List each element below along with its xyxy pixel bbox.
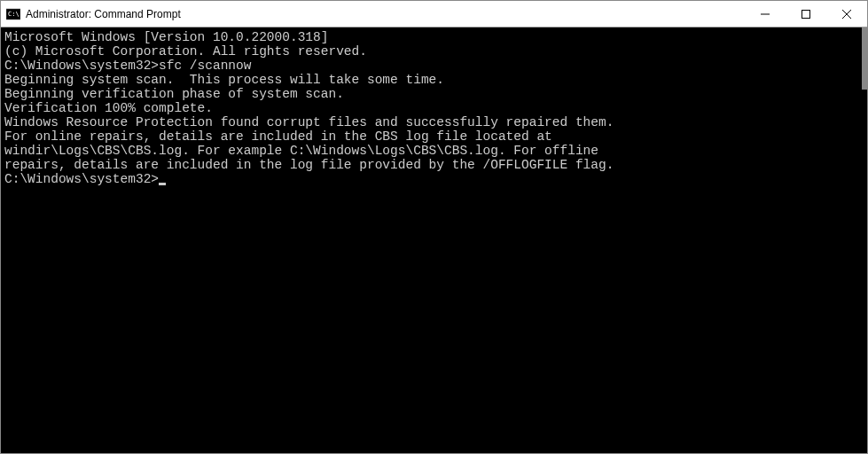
maximize-button[interactable] (786, 1, 826, 27)
window-controls (745, 1, 867, 27)
output-line: windir\Logs\CBS\CBS.log. For example C:\… (4, 144, 864, 158)
terminal-output: Microsoft Windows [Version 10.0.22000.31… (1, 27, 867, 189)
prompt-path: C:\Windows\system32> (4, 172, 159, 186)
minimize-button[interactable] (745, 1, 786, 27)
titlebar[interactable]: C:\ Administrator: Command Prompt (1, 1, 867, 27)
prompt-line: C:\Windows\system32>sfc /scannow (4, 59, 864, 73)
output-line: Verification 100% complete. (4, 101, 864, 115)
svg-rect-3 (802, 10, 810, 18)
output-line: Microsoft Windows [Version 10.0.22000.31… (4, 30, 864, 44)
app-icon: C:\ (6, 7, 20, 21)
terminal-area[interactable]: Microsoft Windows [Version 10.0.22000.31… (1, 27, 867, 453)
svg-text:C:\: C:\ (8, 11, 20, 18)
scrollbar-thumb[interactable] (862, 27, 867, 90)
close-button[interactable] (826, 1, 867, 27)
cursor (159, 183, 166, 185)
output-line: Beginning system scan. This process will… (4, 73, 864, 87)
command-text: sfc /scannow (159, 59, 251, 73)
output-line: (c) Microsoft Corporation. All rights re… (4, 44, 864, 59)
output-line: For online repairs, details are included… (4, 129, 864, 144)
prompt-line: C:\Windows\system32> (4, 172, 864, 186)
command-prompt-window: C:\ Administrator: Command Prompt Micros… (0, 0, 868, 454)
output-line: repairs, details are included in the log… (4, 158, 864, 172)
window-title: Administrator: Command Prompt (26, 8, 745, 20)
output-line: Windows Resource Protection found corrup… (4, 115, 864, 129)
output-line: Beginning verification phase of system s… (4, 87, 864, 101)
prompt-path: C:\Windows\system32> (4, 59, 159, 73)
